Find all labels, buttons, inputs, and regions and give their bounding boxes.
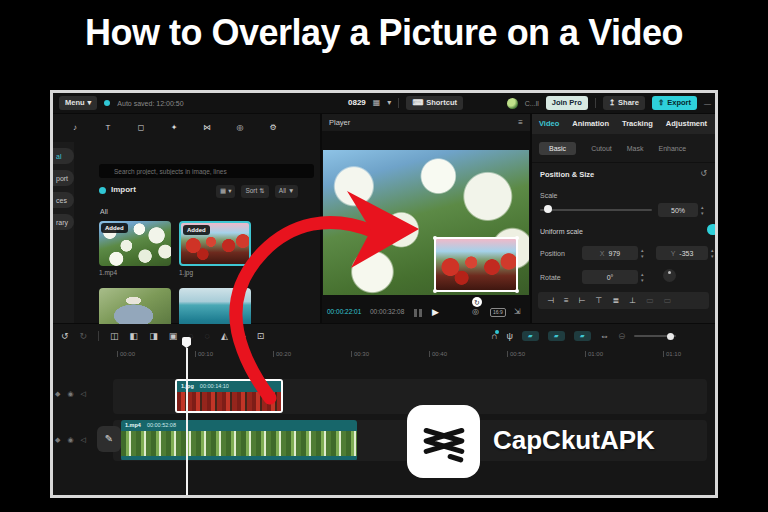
rotate-stepper[interactable]: ▴▾ [641, 272, 644, 283]
player-menu-icon[interactable]: ≡ [518, 119, 523, 127]
sidebar-item-local[interactable]: al [53, 148, 74, 164]
tab-animation[interactable]: Animation [572, 120, 609, 128]
rotate-tool-icon[interactable]: ◇ [239, 332, 246, 341]
position-x-field[interactable]: X979 [582, 246, 638, 260]
sidebar-item-spaces[interactable]: ces [53, 192, 74, 208]
scale-value[interactable]: 50% [658, 203, 698, 217]
corner-handle[interactable] [515, 289, 519, 293]
tab-video[interactable]: Video [539, 120, 559, 128]
playhead-handle[interactable] [182, 337, 191, 348]
position-y-stepper[interactable]: ▴▾ [711, 248, 714, 259]
lock-icon[interactable]: ◆ [55, 390, 60, 397]
overlay-clip-1jpg[interactable]: 1.jpg00:00:14:10 [175, 379, 283, 413]
lock-icon[interactable]: ◆ [55, 436, 60, 443]
tab-adjustment[interactable]: Adjustment [666, 120, 707, 128]
corner-handle[interactable] [515, 236, 519, 240]
tab-adjustment[interactable]: ⚙Adjustment [261, 124, 285, 132]
undo-icon[interactable]: ↺ [61, 332, 69, 341]
search-input[interactable] [99, 164, 314, 178]
sidebar-item-library[interactable]: rary [53, 214, 74, 230]
mic-icon[interactable]: ψ [506, 332, 512, 341]
tab-transitions[interactable]: ⋈Transitions [195, 124, 219, 132]
timeline-zoom-slider[interactable] [634, 335, 676, 337]
magnet-icon[interactable]: ∩ [491, 332, 497, 341]
position-y-field[interactable]: Y-353 [656, 246, 708, 260]
sidebar-item-import[interactable]: port [53, 170, 74, 186]
play-icon[interactable]: ▶ [432, 308, 439, 317]
shortcut-button[interactable]: ⌨Shortcut [406, 96, 463, 110]
split-icon[interactable]: ◫ [110, 332, 119, 341]
preview-quality-icon[interactable]: ◎ [472, 308, 479, 316]
delete-icon[interactable]: ▣ [169, 332, 178, 341]
import-button[interactable]: Import [111, 186, 136, 194]
corner-handle[interactable] [433, 289, 437, 293]
scale-slider-handle[interactable] [544, 205, 552, 213]
crop-icon[interactable]: ⊡ [257, 332, 265, 341]
uniform-scale-toggle[interactable] [707, 224, 715, 235]
rotate-field[interactable]: 0° [582, 270, 638, 284]
tab-stickers[interactable]: ◻Stickers [129, 124, 153, 132]
layout-grid-icon[interactable]: ▦ [373, 99, 381, 107]
sort-button[interactable]: Sort⇅ [241, 185, 268, 198]
subtab-enhance[interactable]: Enhance [658, 145, 686, 152]
media-item-1mp4[interactable]: Added [99, 221, 171, 266]
join-pro-button[interactable]: Join Pro [546, 96, 588, 110]
align-top-icon[interactable]: ⊤ [596, 297, 603, 305]
main-clip-1mp4[interactable]: 1.mp400:00:52:08 [121, 420, 357, 461]
tab-effects[interactable]: ✦Effects [162, 124, 186, 132]
layout-caret-icon[interactable]: ▾ [387, 99, 391, 107]
fullscreen-icon[interactable]: ⇲ [514, 308, 521, 316]
media-panel: ♪Audio TText ◻Stickers ✦Effects ⋈Transit… [53, 114, 320, 323]
align-bottom-icon[interactable]: ⊥ [629, 297, 636, 305]
media-item-1jpg[interactable]: Added [179, 221, 251, 266]
zoom-slider-handle[interactable] [667, 333, 674, 340]
tab-filters[interactable]: ◎Filters [228, 124, 252, 132]
reset-icon[interactable]: ↺ [700, 170, 707, 178]
overlay-picture[interactable] [434, 237, 518, 292]
share-button[interactable]: ↥Share [603, 96, 645, 110]
tab-text[interactable]: TText [96, 124, 120, 132]
eye-icon[interactable]: ◉ [67, 436, 73, 443]
video-preview[interactable]: ↻ [323, 150, 529, 295]
trim-right-icon[interactable]: ◨ [149, 332, 158, 341]
align-left-icon[interactable]: ⊣ [547, 297, 554, 305]
tab-tracking[interactable]: Tracking [622, 120, 653, 128]
align-center-h-icon[interactable]: ≡ [564, 297, 569, 305]
scale-slider[interactable] [540, 209, 652, 211]
trim-left-icon[interactable]: ◧ [130, 332, 139, 341]
track-option-icon[interactable]: ▰ [574, 331, 591, 341]
playhead-line[interactable] [186, 348, 188, 495]
grid-view-button[interactable]: ▦▾ [216, 185, 235, 198]
track-option-icon[interactable]: ▰ [522, 331, 539, 341]
filter-button[interactable]: All▼ [275, 185, 299, 198]
fit-timeline-icon[interactable]: ⇔ [600, 332, 609, 341]
mute-icon[interactable]: ◁ [81, 390, 86, 397]
minimize-icon[interactable]: — [704, 100, 711, 107]
redo-icon[interactable]: ↻ [80, 332, 88, 341]
tab-audio[interactable]: ♪Audio [63, 124, 87, 132]
position-x-stepper[interactable]: ▴▾ [641, 248, 644, 259]
filters-icon: ◎ [237, 124, 244, 132]
subtab-cutout[interactable]: Cutout [591, 145, 612, 152]
ruler-tick: 00:50 [507, 351, 525, 357]
avatar[interactable] [507, 98, 518, 109]
corner-handle[interactable] [433, 236, 437, 240]
align-right-icon[interactable]: ⊢ [579, 297, 586, 305]
zoom-out-icon[interactable]: ⊖ [618, 332, 626, 341]
menu-button[interactable]: Menu▾ [59, 96, 97, 110]
subtab-basic[interactable]: Basic [539, 142, 576, 155]
scale-stepper[interactable]: ▴▾ [701, 205, 704, 216]
track-option-icon[interactable]: ▰ [548, 331, 565, 341]
ruler-tick: 00:20 [273, 351, 291, 357]
rotate-dial[interactable] [663, 269, 676, 282]
mirror-icon[interactable]: ◭ [221, 332, 228, 341]
pause-icon[interactable] [414, 309, 423, 317]
aspect-ratio-icon[interactable]: 16:9 [490, 308, 506, 317]
edit-pencil-button[interactable]: ✎ [97, 426, 121, 452]
subtab-mask[interactable]: Mask [627, 145, 644, 152]
mute-icon[interactable]: ◁ [81, 436, 86, 443]
ruler-tick: 01:10 [663, 351, 681, 357]
eye-icon[interactable]: ◉ [67, 390, 73, 397]
export-button[interactable]: ⇧Export [652, 96, 697, 110]
align-center-v-icon[interactable]: ≣ [613, 297, 620, 305]
